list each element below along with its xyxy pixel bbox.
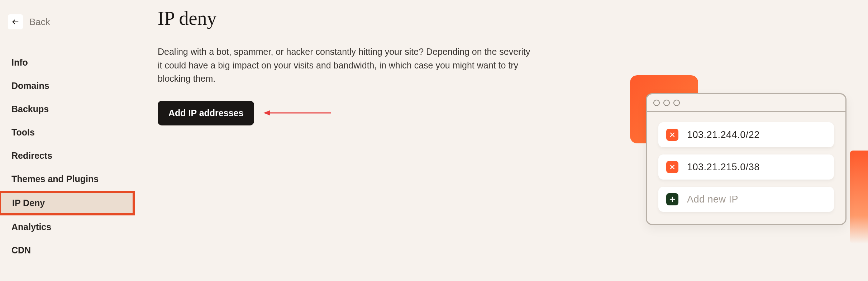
remove-icon xyxy=(666,161,678,173)
page-title: IP deny xyxy=(158,7,846,29)
arrow-left-icon xyxy=(11,18,19,26)
plus-icon xyxy=(666,193,678,205)
sidebar-item-redirects[interactable]: Redirects xyxy=(0,144,136,167)
illustration-body: 103.21.244.0/22 103.21.215.0/38 xyxy=(647,112,845,224)
sidebar: Back Info Domains Backups Tools Redirect… xyxy=(0,0,136,281)
sidebar-item-analytics[interactable]: Analytics xyxy=(0,215,136,239)
back-button[interactable]: Back xyxy=(0,14,136,29)
decorative-shape xyxy=(850,151,868,244)
main-content: IP deny Dealing with a bot, spammer, or … xyxy=(136,0,868,281)
illustration-browser-window: 103.21.244.0/22 103.21.215.0/38 xyxy=(646,93,846,225)
window-dot-icon xyxy=(663,100,670,106)
sidebar-item-domains[interactable]: Domains xyxy=(0,74,136,97)
sidebar-item-themes-and-plugins[interactable]: Themes and Plugins xyxy=(0,167,136,191)
remove-icon xyxy=(666,129,678,141)
illustration-browser-controls xyxy=(647,94,845,112)
sidebar-item-backups[interactable]: Backups xyxy=(0,97,136,121)
window-dot-icon xyxy=(653,100,660,106)
window-dot-icon xyxy=(673,100,680,106)
ip-address-text: 103.21.215.0/38 xyxy=(687,162,760,173)
add-new-ip-row: Add new IP xyxy=(658,187,834,212)
sidebar-item-ip-deny-highlight: IP Deny xyxy=(0,191,136,215)
ip-entry-row: 103.21.215.0/38 xyxy=(658,154,834,180)
sidebar-item-ip-deny[interactable]: IP Deny xyxy=(0,191,135,215)
ip-address-text: 103.21.244.0/22 xyxy=(687,129,760,140)
nav-list: Info Domains Backups Tools Redirects The… xyxy=(0,51,136,262)
sidebar-item-cdn[interactable]: CDN xyxy=(0,239,136,262)
add-new-ip-label: Add new IP xyxy=(687,194,738,205)
illustration: 103.21.244.0/22 103.21.215.0/38 xyxy=(624,72,868,251)
ip-entry-row: 103.21.244.0/22 xyxy=(658,122,834,147)
back-label: Back xyxy=(29,16,50,28)
annotation-arrow-icon xyxy=(263,109,332,116)
sidebar-item-info[interactable]: Info xyxy=(0,51,136,74)
sidebar-item-tools[interactable]: Tools xyxy=(0,121,136,144)
add-ip-addresses-button[interactable]: Add IP addresses xyxy=(158,101,254,125)
svg-marker-2 xyxy=(263,110,270,115)
page-description: Dealing with a bot, spammer, or hacker c… xyxy=(158,45,530,86)
back-icon-box xyxy=(8,14,23,29)
